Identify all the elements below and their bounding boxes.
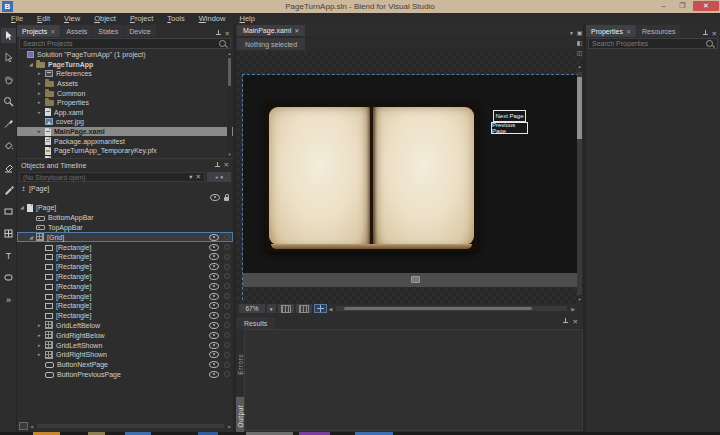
expander-icon[interactable]: ◢ xyxy=(29,233,36,242)
text-tool-icon[interactable]: T xyxy=(1,248,16,263)
menu-view[interactable]: View xyxy=(57,13,87,24)
minimize-button[interactable]: – xyxy=(655,1,672,11)
tab-mainpage-xaml[interactable]: MainPage.xaml ✕ xyxy=(237,25,305,36)
menu-tools[interactable]: Tools xyxy=(160,13,192,24)
menu-edit[interactable]: Edit xyxy=(30,13,57,24)
grid-columns-button[interactable] xyxy=(296,304,312,313)
eye-icon[interactable] xyxy=(209,234,219,241)
close-button[interactable]: ✕ xyxy=(693,1,719,11)
pin-icon[interactable] xyxy=(563,318,568,325)
tab-close-icon[interactable]: ✕ xyxy=(50,28,55,35)
timeline-snap-icon[interactable] xyxy=(19,422,28,430)
lock-slot-icon[interactable] xyxy=(224,234,230,240)
search-properties-input[interactable] xyxy=(589,40,706,47)
close-panel-icon[interactable]: ✕ xyxy=(224,162,229,168)
menu-object[interactable]: Object xyxy=(87,13,123,24)
artboard[interactable]: Next PagePrevious Page xyxy=(243,75,579,273)
book-image[interactable] xyxy=(265,103,478,252)
object-item-gridleftshown[interactable]: ▸GridLeftShown xyxy=(17,340,233,350)
selection-tool-icon[interactable] xyxy=(1,28,16,43)
scope-up-icon[interactable]: ↥ xyxy=(21,185,26,192)
pin-icon[interactable] xyxy=(703,30,708,37)
lock-icon[interactable] xyxy=(224,197,229,201)
design-vscrollbar[interactable] xyxy=(577,72,582,295)
projects-tab-projects[interactable]: Projects✕ xyxy=(17,25,60,37)
object-item-gridleftbelow[interactable]: ▸GridLeftBelow xyxy=(17,321,233,331)
eye-icon[interactable] xyxy=(209,332,219,339)
lock-slot-icon[interactable] xyxy=(224,322,230,328)
objects-hscrollbar[interactable] xyxy=(37,424,224,428)
design-view-button[interactable]: ▣ xyxy=(576,28,583,38)
tree-item-pageturnapp[interactable]: ◢PageTurnApp xyxy=(17,60,233,70)
expander-icon[interactable]: ▸ xyxy=(38,321,45,330)
lock-slot-icon[interactable] xyxy=(224,352,230,358)
expander-icon[interactable]: ▸ xyxy=(38,350,45,359)
expander-icon[interactable]: ▸ xyxy=(38,127,45,136)
eye-icon[interactable] xyxy=(209,322,219,329)
project-tree-scrollbar[interactable]: ▲ ▼ xyxy=(227,51,232,158)
menu-help[interactable]: Help xyxy=(232,13,261,24)
tree-item-solution-pageturnapp-1-project[interactable]: Solution "PageTurnApp" (1 project) xyxy=(17,50,233,60)
layout-grid-tool-icon[interactable] xyxy=(1,226,16,241)
eye-icon[interactable] xyxy=(209,273,219,280)
object-item-rectangle[interactable]: [Rectangle] xyxy=(17,291,233,301)
lock-slot-icon[interactable] xyxy=(224,293,230,299)
expander-icon[interactable]: ▸ xyxy=(38,89,45,98)
expander-icon[interactable]: ◢ xyxy=(20,203,27,212)
eye-icon[interactable] xyxy=(209,351,219,358)
projects-tab-states[interactable]: States xyxy=(93,25,123,37)
pin-icon[interactable] xyxy=(215,162,220,169)
lock-slot-icon[interactable] xyxy=(224,244,230,250)
object-item-page[interactable]: ◢[Page] xyxy=(17,203,233,213)
scroll-right-icon[interactable]: ▶ xyxy=(571,306,575,312)
close-panel-icon[interactable]: ✕ xyxy=(712,31,717,37)
scroll-down-icon[interactable]: ▼ xyxy=(576,297,583,302)
expander-icon[interactable]: ▸ xyxy=(38,69,45,78)
object-item-rectangle[interactable]: [Rectangle] xyxy=(17,252,233,262)
zoom-dropdown-icon[interactable]: ▾ xyxy=(267,304,276,313)
direct-selection-tool-icon[interactable] xyxy=(1,50,16,65)
pin-icon[interactable] xyxy=(216,30,221,37)
tab-results[interactable]: Results xyxy=(236,317,275,329)
lock-slot-icon[interactable] xyxy=(224,342,230,348)
design-hscrollbar[interactable] xyxy=(336,306,567,311)
storyboard-dropdown-icon[interactable]: ▾ xyxy=(189,174,192,180)
lock-slot-icon[interactable] xyxy=(224,264,230,270)
rectangle-tool-icon[interactable] xyxy=(1,204,16,219)
tree-item-mainpage-xaml[interactable]: ▸MainPage.xaml xyxy=(17,127,233,137)
expander-icon[interactable]: ▸ xyxy=(38,331,45,340)
eye-icon[interactable] xyxy=(209,283,219,290)
object-item-rectangle[interactable]: [Rectangle] xyxy=(17,281,233,291)
object-item-rectangle[interactable]: [Rectangle] xyxy=(17,301,233,311)
lock-slot-icon[interactable] xyxy=(224,254,230,260)
scroll-right-icon[interactable]: ▶ xyxy=(228,424,231,429)
eye-icon[interactable] xyxy=(209,253,219,260)
projects-tab-assets[interactable]: Assets xyxy=(61,25,92,37)
menu-file[interactable]: File xyxy=(4,13,30,24)
lock-slot-icon[interactable] xyxy=(224,313,230,319)
lock-slot-icon[interactable] xyxy=(224,283,230,289)
eye-icon[interactable] xyxy=(210,194,220,201)
object-item-rectangle[interactable]: [Rectangle] xyxy=(17,242,233,252)
zoom-tool-icon[interactable] xyxy=(1,94,16,109)
menu-window[interactable]: Window xyxy=(192,13,233,24)
eye-icon[interactable] xyxy=(209,263,219,270)
pan-tool-icon[interactable] xyxy=(1,72,16,87)
design-surface[interactable]: Next PagePrevious Page xyxy=(236,52,583,303)
properties-tab-properties[interactable]: Properties✕ xyxy=(586,25,636,37)
eye-icon[interactable] xyxy=(209,312,219,319)
properties-tab-resources[interactable]: Resources xyxy=(637,25,680,37)
lock-slot-icon[interactable] xyxy=(224,303,230,309)
tree-item-cover-jpg[interactable]: cover.jpg xyxy=(17,117,233,127)
scroll-left-icon[interactable]: ◀ xyxy=(30,424,33,429)
object-item-buttonnextpage[interactable]: ButtonNextPage xyxy=(17,360,233,370)
expander-icon[interactable]: ▸ xyxy=(38,98,45,107)
tree-item-package-appxmanifest[interactable]: Package.appxmanifest xyxy=(17,136,233,146)
object-item-rectangle[interactable]: [Rectangle] xyxy=(17,311,233,321)
object-item-rectangle[interactable]: [Rectangle] xyxy=(17,272,233,282)
results-side-tab-output[interactable]: Output xyxy=(236,397,244,435)
scroll-up-icon[interactable]: ▲ xyxy=(576,64,583,69)
search-projects-input[interactable] xyxy=(20,40,219,47)
more-tools-tool-icon[interactable]: » xyxy=(1,292,16,307)
close-panel-icon[interactable]: ✕ xyxy=(573,319,578,325)
